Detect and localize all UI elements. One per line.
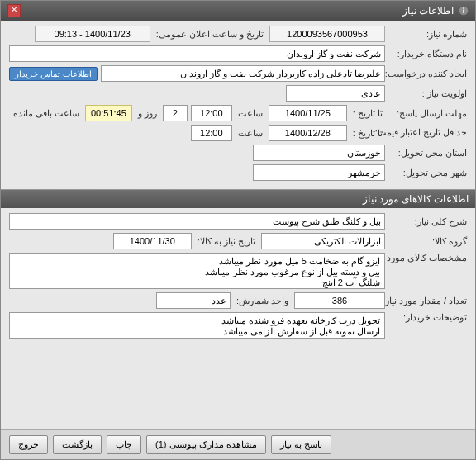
main-window: اطلاعات نیاز ✕ شماره نیاز: 1200093567000… [0, 0, 476, 460]
title-bar: اطلاعات نیاز ✕ [1, 1, 475, 21]
quantity-label: تعداد / مقدار مورد نیاز: [388, 296, 467, 306]
announce-value: 1400/11/23 - 09:13 [35, 26, 150, 42]
to-date-label-2: تا تاریخ : [350, 128, 385, 139]
quantity-field[interactable] [294, 292, 385, 309]
unit-label: واحد شمارش: [234, 296, 291, 306]
buyer-label: نام دستگاه خریدار: [388, 49, 467, 59]
announce-label: تاریخ و ساعت اعلان عمومی: [154, 29, 266, 40]
unit-field[interactable] [156, 292, 231, 309]
time-label-1: ساعت [236, 108, 265, 119]
svg-rect-2 [463, 7, 464, 9]
city-field[interactable] [253, 164, 385, 181]
requester-label: ایجاد کننده درخواست: [388, 69, 467, 79]
buyer-contact-badge[interactable]: اطلاعات تماس خریدار [9, 67, 98, 81]
exit-button[interactable]: خروج [9, 435, 48, 454]
price-validity-time-field[interactable] [191, 125, 232, 141]
buyer-notes-field[interactable] [9, 312, 385, 339]
deadline-time-field[interactable] [191, 105, 232, 121]
priority-field[interactable] [286, 85, 385, 102]
print-button[interactable]: چاپ [107, 435, 141, 454]
remaining-label: ساعت باقی مانده [11, 108, 82, 119]
group-label: گروه کالا: [388, 236, 467, 247]
buyer-field[interactable] [9, 45, 385, 62]
deadline-label: مهلت ارسال پاسخ: [388, 108, 467, 119]
need-info-section: شماره نیاز: 1200093567000953 تاریخ و ساع… [1, 21, 475, 189]
days-and-label: روز و [136, 108, 159, 119]
footer-toolbar: پاسخ به نیاز مشاهده مدارک پیوستی (1) چاپ… [1, 429, 475, 459]
price-validity-label: حداقل تاریخ اعتبار قیمت: [388, 127, 467, 138]
window-title: اطلاعات نیاز [402, 5, 454, 17]
city-label: شهر محل تحویل: [388, 168, 467, 178]
buyer-notes-label: توضیحات خریدار: [388, 312, 467, 323]
province-field[interactable] [253, 145, 385, 161]
priority-label: اولویت نیاز : [388, 88, 467, 99]
number-label: شماره نیاز: [388, 29, 467, 40]
need-date-field[interactable] [113, 233, 192, 249]
deadline-date-field[interactable] [269, 105, 347, 121]
countdown-timer: 00:51:45 [85, 105, 132, 121]
general-desc-label: شرح کلی نیاز: [388, 216, 467, 227]
province-label: استان محل تحویل: [388, 148, 467, 159]
back-button[interactable]: بازگشت [53, 435, 102, 454]
price-validity-date-field[interactable] [269, 125, 347, 141]
attachments-button[interactable]: مشاهده مدارک پیوستی (1) [146, 435, 266, 454]
respond-button[interactable]: پاسخ به نیاز [271, 435, 331, 454]
time-label-2: ساعت [236, 128, 265, 139]
goods-section-header: اطلاعات کالاهای مورد نیاز [1, 189, 475, 208]
goods-section: شرح کلی نیاز: گروه کالا: تاریخ نیاز به ک… [1, 208, 475, 347]
group-field[interactable] [261, 233, 385, 249]
svg-rect-1 [463, 10, 464, 14]
info-icon [459, 6, 469, 16]
need-number: 1200093567000953 [269, 26, 385, 42]
close-button[interactable]: ✕ [7, 4, 21, 17]
specs-field[interactable] [9, 253, 385, 289]
specs-label: مشخصات کالای مورد نیاز: [388, 253, 467, 263]
to-date-label-1: تا تاریخ : [350, 108, 385, 119]
days-field[interactable] [163, 105, 188, 121]
requester-field[interactable] [101, 65, 385, 82]
general-desc-field[interactable] [9, 213, 385, 230]
need-date-label: تاریخ نیاز به کالا: [195, 236, 258, 247]
